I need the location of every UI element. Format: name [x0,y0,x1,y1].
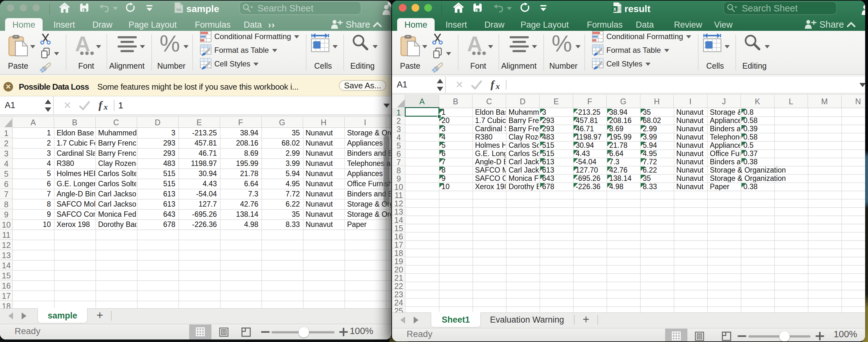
svg-text:x: x [103,102,108,112]
svg-text:f: f [491,79,495,90]
svg-text:x: x [495,82,500,91]
svg-text:xa: xa [176,7,181,12]
svg-text:X: X [613,7,617,12]
svg-text:f: f [99,99,103,111]
